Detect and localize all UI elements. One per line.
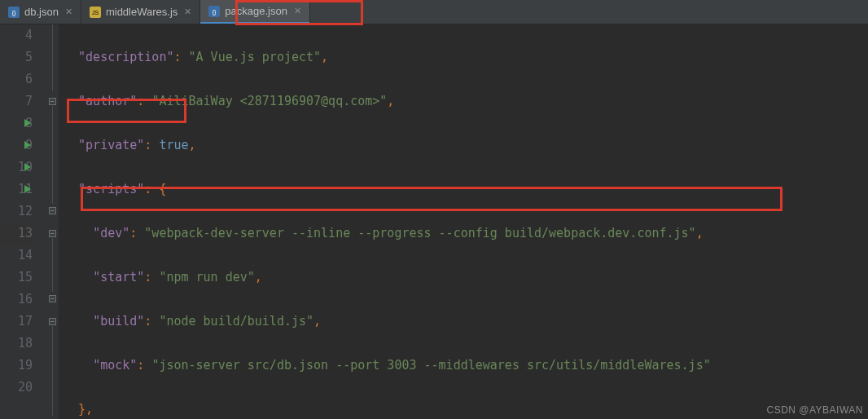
tab-label: package.json	[225, 5, 287, 17]
json-icon: {}	[8, 7, 20, 18]
code-area[interactable]: "description": "A Vue.js project", "auth…	[59, 24, 868, 419]
fold-toggle-icon[interactable]: −	[49, 318, 56, 325]
line-number: 19	[18, 358, 33, 373]
line-number: 18	[18, 336, 33, 351]
tab-package-json[interactable]: {} package.json ✕	[200, 0, 310, 24]
tab-bar: {} db.json ✕ JS middleWares.js ✕ {} pack…	[0, 0, 868, 24]
line-number: 17	[18, 314, 33, 329]
line-number: 20	[18, 380, 33, 395]
run-gutter-icon[interactable]	[24, 163, 31, 171]
close-icon[interactable]: ✕	[294, 6, 301, 16]
close-icon[interactable]: ✕	[184, 7, 191, 17]
fold-toggle-icon[interactable]: −	[49, 295, 56, 302]
close-icon[interactable]: ✕	[65, 7, 72, 17]
fold-column: − − − − −	[47, 24, 59, 419]
svg-text:{}: {}	[12, 10, 16, 16]
code-editor[interactable]: 4 5 6 7 8 9 10 11 12 13 14 15 16 17 18 1…	[0, 24, 868, 419]
line-number: 7	[25, 94, 33, 108]
tab-middlewares-js[interactable]: JS middleWares.js ✕	[81, 0, 200, 24]
watermark-text: CSDN @AYBAIWAN	[766, 404, 863, 416]
svg-text:{}: {}	[213, 9, 217, 15]
run-gutter-icon[interactable]	[24, 119, 31, 127]
line-number: 16	[18, 292, 33, 307]
svg-text:JS: JS	[92, 10, 99, 15]
js-icon: JS	[90, 7, 101, 18]
run-gutter-icon[interactable]	[24, 185, 31, 193]
line-number: 4	[25, 28, 33, 42]
gutter: 4 5 6 7 8 9 10 11 12 13 14 15 16 17 18 1…	[0, 24, 47, 419]
line-number: 15	[18, 270, 33, 284]
line-number: 6	[25, 72, 33, 86]
line-number: 14	[18, 248, 33, 262]
json-icon: {}	[208, 6, 220, 17]
run-gutter-icon[interactable]	[24, 141, 31, 149]
fold-toggle-icon[interactable]: −	[49, 230, 56, 237]
tab-label: db.json	[24, 6, 59, 18]
fold-toggle-icon[interactable]: −	[49, 98, 56, 105]
tab-label: middleWares.js	[106, 6, 178, 18]
line-number: 5	[25, 50, 33, 64]
line-number: 13	[18, 226, 33, 240]
tab-db-json[interactable]: {} db.json ✕	[0, 0, 81, 24]
line-number: 12	[18, 204, 33, 218]
fold-toggle-icon[interactable]: −	[49, 207, 56, 214]
